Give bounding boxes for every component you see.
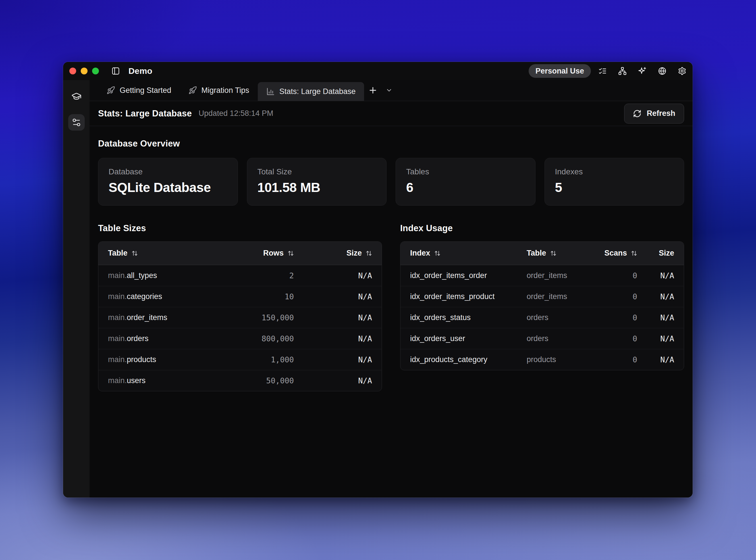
row-count: 10 (223, 292, 294, 301)
size-value: N/A (637, 271, 674, 280)
column-label: Scans (604, 249, 627, 258)
ai-button[interactable] (638, 67, 646, 75)
stats-content: Database Overview Database SQLite Databa… (90, 126, 693, 498)
column-label: Table (108, 249, 128, 258)
tab-label: Stats: Large Database (279, 87, 356, 96)
index-usage-header: Index Table Scans (401, 242, 684, 265)
schema-prefix: main. (108, 376, 127, 385)
gear-icon (678, 67, 686, 75)
sidebar-item-connections[interactable] (68, 114, 85, 131)
new-tab-button[interactable] (364, 80, 382, 101)
checklist-icon (598, 67, 607, 75)
bar-chart-icon (266, 87, 275, 96)
sidebar-toggle-button[interactable] (111, 67, 120, 75)
refresh-button[interactable]: Refresh (624, 104, 684, 123)
card-value: 101.58 MB (257, 180, 376, 195)
close-button[interactable] (69, 67, 76, 74)
size-value: N/A (294, 271, 372, 280)
tab-bar: Getting Started Migration Tips Stats: La… (90, 80, 693, 101)
size-value: N/A (294, 334, 372, 343)
column-label: Size (346, 249, 362, 258)
index-table: orders (527, 313, 586, 322)
titlebar-actions (598, 67, 686, 75)
scan-count: 0 (586, 334, 637, 343)
column-label: Table (527, 249, 546, 258)
table-name: products (127, 355, 156, 364)
minimize-button[interactable] (81, 67, 88, 74)
stat-card-indexes: Indexes 5 (545, 158, 684, 206)
size-value: N/A (637, 334, 674, 343)
overview-cards: Database SQLite Database Total Size 101.… (98, 158, 684, 206)
checklist-button[interactable] (598, 67, 607, 75)
table-row: idx_orders_status orders 0 N/A (401, 307, 684, 328)
column-header-size[interactable]: Size (294, 249, 372, 258)
tab-migration-tips[interactable]: Migration Tips (180, 80, 258, 101)
tab-list-button[interactable] (382, 80, 396, 101)
stat-card-database: Database SQLite Database (98, 158, 238, 206)
refresh-icon (633, 109, 641, 118)
scan-count: 0 (586, 292, 637, 301)
index-name: idx_order_items_order (410, 271, 527, 280)
graduation-cap-icon (71, 91, 81, 101)
table-row: main.users 50,000 N/A (98, 370, 382, 391)
column-header-index[interactable]: Index (410, 249, 527, 258)
table-name: categories (127, 292, 162, 301)
column-header-table[interactable]: Table (108, 249, 223, 258)
table-name: order_items (127, 313, 168, 322)
column-header-table[interactable]: Table (527, 249, 586, 258)
table-row: idx_products_category products 0 N/A (401, 349, 684, 370)
size-value: N/A (294, 376, 372, 385)
schema-prefix: main. (108, 355, 127, 364)
index-usage-heading: Index Usage (400, 223, 684, 234)
table-row: main.categories 10 N/A (98, 286, 382, 307)
rocket-icon (189, 86, 197, 95)
column-header-size[interactable]: Size (637, 249, 674, 258)
column-header-scans[interactable]: Scans (586, 249, 637, 258)
sort-icon (434, 250, 441, 256)
table-row: main.products 1,000 N/A (98, 349, 382, 370)
schema-prefix: main. (108, 313, 127, 322)
table-sizes-heading: Table Sizes (98, 223, 382, 234)
hierarchy-icon (618, 67, 627, 75)
tab-stats-large-database[interactable]: Stats: Large Database (258, 82, 364, 101)
stat-card-total-size: Total Size 101.58 MB (247, 158, 387, 206)
sort-icon (288, 250, 294, 256)
index-name: idx_order_items_product (410, 292, 527, 301)
card-value: SQLite Database (109, 180, 227, 195)
index-usage-table: Index Table Scans (400, 241, 684, 370)
schema-button[interactable] (618, 67, 627, 75)
tab-label: Migration Tips (201, 86, 249, 95)
table-row: main.order_items 150,000 N/A (98, 307, 382, 328)
sort-icon (366, 250, 372, 256)
table-name: all_types (127, 271, 157, 280)
row-count: 800,000 (223, 334, 294, 343)
page-title: Stats: Large Database (98, 108, 192, 119)
size-value: N/A (637, 355, 674, 364)
sparkles-icon (638, 67, 646, 75)
titlebar: Demo Personal Use (63, 62, 693, 80)
license-badge[interactable]: Personal Use (529, 64, 591, 78)
table-row: idx_order_items_order order_items 0 N/A (401, 265, 684, 286)
sidebar-item-learn[interactable] (68, 88, 85, 104)
table-sizes-section: Table Sizes Table Rows (98, 223, 382, 391)
settings-button[interactable] (678, 67, 686, 75)
column-label: Index (410, 249, 430, 258)
size-value: N/A (294, 292, 372, 301)
index-table: order_items (527, 271, 586, 280)
table-row: main.all_types 2 N/A (98, 265, 382, 286)
row-count: 150,000 (223, 313, 294, 322)
sort-icon (550, 250, 557, 256)
row-count: 1,000 (223, 355, 294, 364)
zoom-button[interactable] (92, 67, 99, 74)
column-header-rows[interactable]: Rows (223, 249, 294, 258)
schema-prefix: main. (108, 292, 127, 301)
sort-icon (631, 250, 637, 256)
web-button[interactable] (658, 67, 666, 75)
tab-getting-started[interactable]: Getting Started (98, 80, 180, 101)
plus-icon (368, 85, 378, 95)
tab-label: Getting Started (120, 86, 171, 95)
table-sizes-table: Table Rows Size (98, 241, 382, 391)
column-label: Size (659, 249, 674, 258)
card-label: Tables (406, 167, 525, 176)
table-name: users (127, 376, 146, 385)
